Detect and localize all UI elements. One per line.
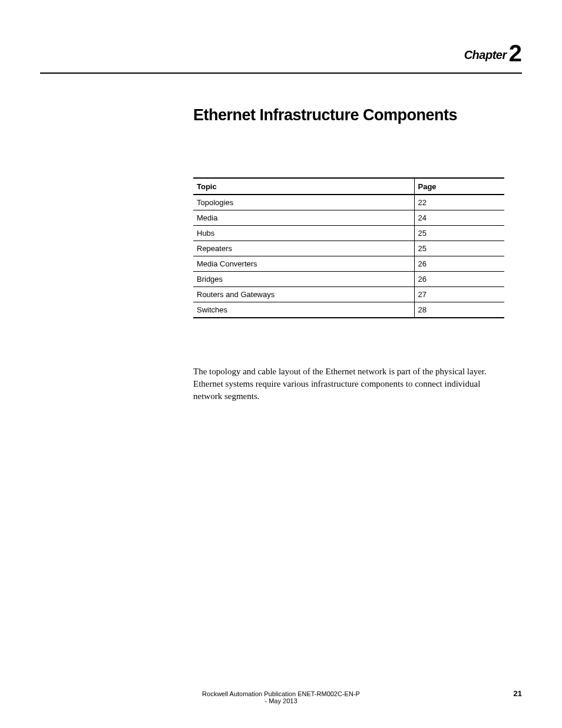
chapter-number: 2 [509, 40, 522, 66]
toc-page: 28 [414, 302, 504, 318]
page-footer: Rockwell Automation Publication ENET-RM0… [40, 689, 522, 704]
toc-page: 25 [414, 226, 504, 241]
toc-page: 26 [414, 272, 504, 287]
toc-page: 22 [414, 195, 504, 210]
toc-topic: Media [193, 210, 414, 226]
table-row: Media 24 [193, 210, 504, 226]
body-paragraph: The topology and cable layout of the Eth… [193, 365, 504, 403]
table-row: Repeaters 25 [193, 241, 504, 256]
toc-topic: Switches [193, 302, 414, 318]
table-row: Routers and Gateways 27 [193, 287, 504, 302]
toc-header-topic: Topic [193, 178, 414, 195]
table-row: Hubs 25 [193, 226, 504, 241]
footer-page-number: 21 [361, 689, 522, 698]
toc-topic: Topologies [193, 195, 414, 210]
table-row: Topologies 22 [193, 195, 504, 210]
toc-topic: Repeaters [193, 241, 414, 256]
toc-page: 25 [414, 241, 504, 256]
toc-table: Topic Page Topologies 22 Media 24 Hubs 2… [193, 177, 504, 318]
table-row: Media Converters 26 [193, 256, 504, 272]
toc-topic: Bridges [193, 272, 414, 287]
table-row: Switches 28 [193, 302, 504, 318]
toc-page: 27 [414, 287, 504, 302]
chapter-label: Chapter [464, 48, 507, 61]
toc-topic: Hubs [193, 226, 414, 241]
chapter-header: Chapter2 [40, 40, 522, 74]
toc-topic: Media Converters [193, 256, 414, 272]
toc-header-page: Page [414, 178, 504, 195]
footer-publication: Rockwell Automation Publication ENET-RM0… [201, 690, 362, 704]
toc-page: 26 [414, 256, 504, 272]
table-row: Bridges 26 [193, 272, 504, 287]
toc-page: 24 [414, 210, 504, 226]
page-title: Ethernet Infrastructure Components [193, 106, 522, 124]
toc-topic: Routers and Gateways [193, 287, 414, 302]
